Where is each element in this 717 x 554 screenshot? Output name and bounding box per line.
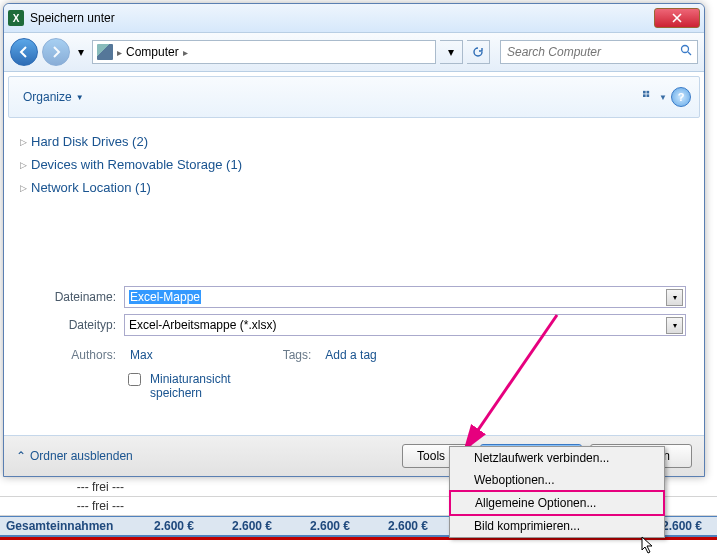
organize-button[interactable]: Organize ▼ [17,87,90,107]
tags-label: Tags: [283,348,320,362]
filetype-label: Dateityp: [22,318,124,332]
tree-label: Hard Disk Drives (2) [31,134,148,149]
filetype-value: Excel-Arbeitsmappe (*.xlsx) [129,318,276,332]
folder-tree: ▷Hard Disk Drives (2) ▷Devices with Remo… [4,122,704,280]
tree-removable[interactable]: ▷Devices with Removable Storage (1) [20,153,688,176]
svg-rect-1 [643,91,646,94]
tools-label: Tools [417,449,445,463]
chevron-up-icon: ⌃ [16,449,26,463]
total-label: Gesamteinnahmen [0,519,124,533]
menu-web-options[interactable]: Weboptionen... [450,469,664,491]
total-cell: 2.600 € [124,519,202,533]
tools-dropdown-menu: Netzlaufwerk verbinden... Weboptionen...… [449,446,665,538]
tree-label: Network Location (1) [31,180,151,195]
svg-rect-3 [643,94,646,97]
total-cell: 2.600 € [358,519,436,533]
thumbnail-checkbox-input[interactable] [128,373,141,386]
chevron-right-icon: ▸ [117,47,122,58]
computer-icon [97,44,113,60]
chevron-right-icon: ▸ [183,47,188,58]
view-mode-button[interactable]: ▼ [643,86,667,108]
titlebar: X Speichern unter [4,4,704,33]
chevron-right-icon: ▷ [20,183,27,193]
search-icon[interactable] [680,44,693,60]
chevron-right-icon: ▷ [20,137,27,147]
excel-free-row: --- frei --- [0,499,124,513]
filename-label: Dateiname: [22,290,124,304]
field-area: Dateiname: Excel-Mappe▾ Dateityp: Excel-… [4,280,704,406]
excel-app-icon: X [8,10,24,26]
thumbnail-label: Miniaturansicht speichern [150,372,244,400]
tree-hard-disks[interactable]: ▷Hard Disk Drives (2) [20,130,688,153]
tree-network[interactable]: ▷Network Location (1) [20,176,688,199]
menu-compress-images[interactable]: Bild komprimieren... [450,515,664,537]
search-box[interactable] [500,40,698,64]
tree-label: Devices with Removable Storage (1) [31,157,242,172]
close-button[interactable] [654,8,700,28]
filename-input[interactable]: Excel-Mappe▾ [124,286,686,308]
filename-value: Excel-Mappe [129,290,201,304]
thumbnail-checkbox[interactable]: Miniaturansicht speichern [124,372,244,400]
filename-dropdown[interactable]: ▾ [666,289,683,306]
location-text: Computer [126,45,179,59]
refresh-button[interactable] [467,40,490,64]
menu-map-network-drive[interactable]: Netzlaufwerk verbinden... [450,447,664,469]
hide-folders-button[interactable]: ⌃Ordner ausblenden [16,449,133,463]
total-cell: 2.600 € [202,519,280,533]
authors-label: Authors: [22,348,124,362]
authors-value[interactable]: Max [130,348,153,362]
svg-rect-4 [647,94,650,97]
search-input[interactable] [505,44,680,60]
hide-folders-label: Ordner ausblenden [30,449,133,463]
filetype-dropdown[interactable]: ▾ [666,317,683,334]
window-title: Speichern unter [30,11,654,25]
menu-general-options[interactable]: Allgemeine Optionen... [449,490,665,516]
save-as-dialog: X Speichern unter ▾ ▸ Computer ▸ ▾ Organ… [3,3,705,477]
chevron-right-icon: ▷ [20,160,27,170]
address-bar[interactable]: ▸ Computer ▸ [92,40,436,64]
total-cell: 2.600 € [280,519,358,533]
back-button[interactable] [10,38,38,66]
toolbar: Organize ▼ ▼ ? [8,76,700,118]
svg-rect-2 [647,91,650,94]
nav-bar: ▾ ▸ Computer ▸ ▾ [4,33,704,72]
help-button[interactable]: ? [671,87,691,107]
forward-button[interactable] [42,38,70,66]
address-dropdown[interactable]: ▾ [440,40,463,64]
svg-point-0 [682,46,689,53]
excel-free-row: --- frei --- [0,480,124,494]
history-dropdown[interactable]: ▾ [74,42,88,62]
filetype-select[interactable]: Excel-Arbeitsmappe (*.xlsx)▾ [124,314,686,336]
organize-label: Organize [23,90,72,104]
tags-value[interactable]: Add a tag [325,348,376,362]
